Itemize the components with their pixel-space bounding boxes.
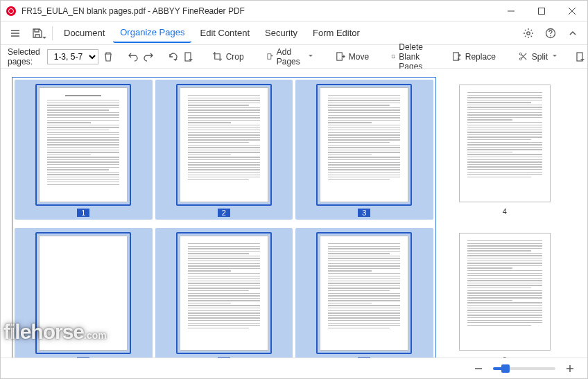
page-options-icon[interactable]: [183, 48, 194, 66]
svg-rect-6: [337, 53, 343, 60]
collapse-icon[interactable]: [562, 23, 583, 44]
minimize-button[interactable]: [496, 1, 526, 21]
window-title: FR15_EULA_EN blank pages.pdf - ABBYY Fin…: [21, 6, 496, 16]
selected-pages-label: Selected pages:: [8, 47, 40, 67]
save-button[interactable]: [27, 23, 48, 44]
page-thumb-2[interactable]: 2: [155, 80, 293, 220]
selected-pages-input[interactable]: 1-3, 5-7: [47, 49, 98, 64]
page-thumb-3[interactable]: 3: [295, 80, 433, 220]
move-button[interactable]: Move: [331, 49, 373, 64]
page-thumb-1[interactable]: 1: [15, 80, 153, 220]
move-label: Move: [349, 52, 369, 62]
page-thumb-6[interactable]: 6: [155, 228, 293, 358]
svg-point-3: [550, 35, 551, 36]
page-number: 8: [499, 355, 511, 358]
replace-label: Replace: [465, 52, 496, 62]
svg-rect-11: [577, 53, 582, 61]
page-number: 5: [77, 357, 89, 358]
app-icon: [6, 6, 16, 16]
gear-icon[interactable]: [518, 23, 539, 44]
delete-blank-label: Delete Blank Pages: [399, 42, 429, 71]
page-number: 7: [358, 357, 370, 358]
menu-icon[interactable]: [5, 23, 26, 44]
page-thumb-7[interactable]: 7: [295, 228, 433, 358]
add-pages-button[interactable]: Add Pages: [262, 44, 317, 69]
help-icon[interactable]: [540, 23, 561, 44]
page-number: 4: [499, 207, 511, 215]
zoom-in-button[interactable]: [561, 360, 579, 378]
tab-form-editor[interactable]: Form Editor: [306, 24, 367, 42]
page-number: 1: [77, 209, 89, 217]
svg-rect-5: [268, 54, 271, 59]
svg-rect-7: [392, 55, 394, 58]
tab-document[interactable]: Document: [57, 24, 112, 42]
split-button[interactable]: Split: [514, 49, 561, 64]
split-label: Split: [532, 52, 548, 62]
page-number: 3: [358, 209, 370, 217]
redo-icon[interactable]: [143, 48, 154, 66]
replace-button[interactable]: Replace: [447, 49, 500, 64]
page-grid[interactable]: 1234 5678 filehorse.com: [1, 69, 587, 358]
page-number: 6: [218, 357, 230, 358]
page-thumb-4[interactable]: 4: [435, 78, 576, 221]
undo-icon[interactable]: [128, 48, 139, 66]
crop-label: Crop: [226, 52, 244, 62]
tab-organize-pages[interactable]: Organize Pages: [113, 23, 191, 43]
zoom-slider[interactable]: [493, 367, 555, 370]
zoom-out-button[interactable]: [469, 360, 487, 378]
tab-edit-content[interactable]: Edit Content: [193, 24, 257, 42]
page-thumb-5[interactable]: 5: [15, 228, 153, 358]
maximize-button[interactable]: [526, 1, 557, 21]
more-page-icon[interactable]: [575, 48, 586, 66]
divider: [52, 26, 53, 40]
tab-security[interactable]: Security: [258, 24, 304, 42]
svg-rect-4: [185, 53, 191, 61]
page-number: 2: [218, 209, 230, 217]
svg-point-1: [527, 31, 530, 34]
crop-button[interactable]: Crop: [208, 49, 248, 64]
close-button[interactable]: [557, 1, 587, 21]
add-pages-label: Add Pages: [277, 47, 304, 67]
rotate-icon[interactable]: [168, 48, 179, 66]
page-thumb-8[interactable]: 8: [435, 227, 576, 358]
svg-rect-0: [539, 8, 545, 14]
delete-icon[interactable]: [103, 48, 114, 66]
